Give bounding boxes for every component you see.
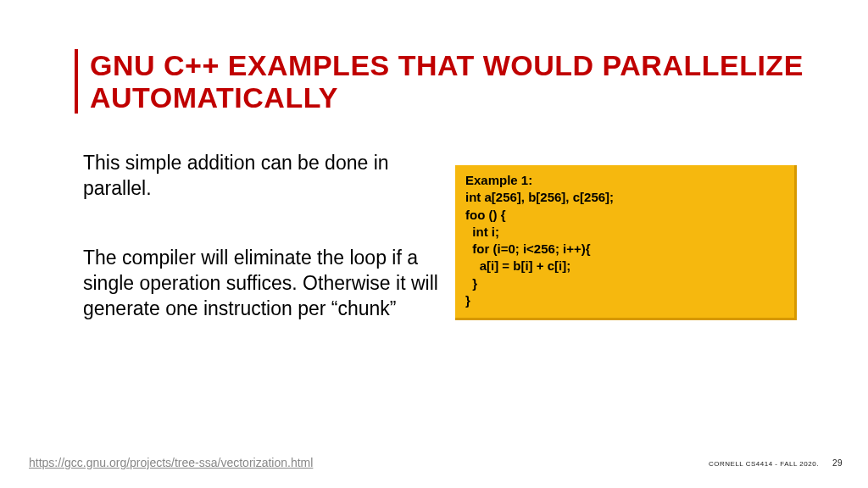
footer-source-link[interactable]: https://gcc.gnu.org/projects/tree-ssa/ve…	[29, 456, 313, 469]
page-number: 29	[832, 458, 843, 468]
title-accent-bar	[75, 49, 78, 114]
code-line: }	[465, 292, 784, 309]
code-line: Example 1:	[465, 172, 784, 189]
paragraph-2: The compiler will eliminate the loop if …	[83, 246, 439, 322]
slide-title: GNU C++ EXAMPLES THAT WOULD PARALLELIZE …	[90, 49, 817, 114]
body-text-column: This simple addition can be done in para…	[83, 151, 439, 321]
footer-course: CORNELL CS4414 - FALL 2020.	[709, 460, 819, 468]
code-example-box: Example 1: int a[256], b[256], c[256]; f…	[455, 165, 797, 320]
paragraph-1: This simple addition can be done in para…	[83, 151, 439, 202]
code-line: int i;	[465, 224, 784, 241]
code-line: for (i=0; i<256; i++){	[465, 241, 784, 258]
code-line: a[i] = b[i] + c[i];	[465, 258, 784, 274]
footer-meta: CORNELL CS4414 - FALL 2020. 29	[709, 458, 843, 468]
code-line: int a[256], b[256], c[256];	[465, 189, 784, 206]
slide-title-block: GNU C++ EXAMPLES THAT WOULD PARALLELIZE …	[75, 49, 817, 114]
code-line: foo () {	[465, 207, 784, 224]
code-line: }	[465, 275, 784, 292]
